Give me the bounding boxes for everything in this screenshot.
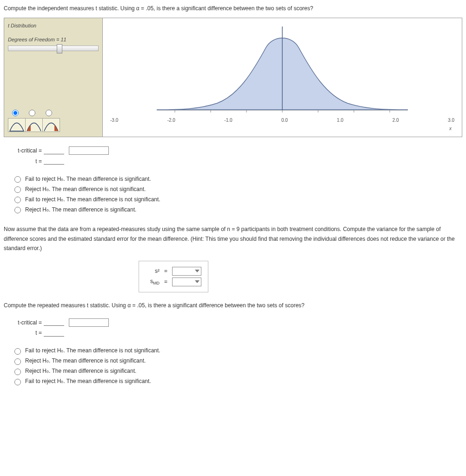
eq-2: = (164, 278, 167, 285)
t-label: t = (7, 158, 44, 165)
chevron-down-icon (195, 270, 200, 272)
option-1d[interactable] (14, 207, 21, 213)
question-2-text: Now assume that the data are from a repe… (4, 225, 462, 253)
option-2b[interactable] (14, 358, 21, 365)
option-1a-label: Fail to reject H₀. The mean difference i… (25, 176, 151, 182)
x-axis-label: x (449, 126, 452, 131)
t-critical-input-2[interactable] (69, 318, 109, 327)
options-group-2: Fail to reject H₀. The mean difference i… (12, 347, 462, 385)
tail-icons (8, 118, 60, 132)
option-1a[interactable] (14, 176, 21, 183)
x-axis-ticks: -3.0-2.0 -1.00.0 1.02.0 3.0 (103, 118, 462, 123)
option-2a[interactable] (14, 348, 21, 355)
option-1b[interactable] (14, 186, 21, 193)
options-group-1: Fail to reject H₀. The mean difference i… (12, 175, 462, 213)
eq-1: = (164, 268, 167, 274)
option-1c-label: Fail to reject H₀. The mean difference i… (25, 196, 160, 203)
smd-dropdown[interactable] (172, 278, 201, 286)
t-critical-blank-2[interactable] (44, 319, 64, 326)
t-critical-input[interactable] (69, 146, 109, 155)
option-2b-label: Reject H₀. The mean difference is not si… (25, 357, 146, 364)
plot-area: -3.0-2.0 -1.00.0 1.02.0 3.0 x (103, 18, 462, 137)
t-critical-label: t-critical = (7, 147, 44, 154)
answer-block-2: t-critical = t = (7, 318, 462, 337)
slider-thumb[interactable] (57, 44, 62, 53)
t-blank[interactable] (44, 158, 64, 165)
chevron-down-icon (195, 280, 200, 283)
t-label-2: t = (7, 330, 44, 336)
s2-label: s² (146, 268, 160, 274)
sidebar-title: t Distribution (8, 23, 99, 28)
formula-box: s² = sMD = (139, 261, 208, 292)
bell-curve (103, 22, 462, 115)
option-2d-label: Fail to reject H₀. The mean difference i… (25, 378, 151, 384)
question-3-text: Compute the repeated measures t statisti… (4, 301, 462, 310)
t-critical-blank[interactable] (44, 147, 64, 154)
question-1-text: Compute the independent measures t stati… (4, 4, 462, 13)
df-slider[interactable] (8, 45, 99, 52)
option-2c-label: Reject H₀. The mean difference is signif… (25, 368, 136, 374)
degrees-of-freedom-label: Degrees of Freedom = 11 (8, 37, 99, 42)
t-critical-label-2: t-critical = (7, 319, 44, 326)
left-tail-icon[interactable] (26, 118, 43, 132)
right-tail-icon[interactable] (43, 118, 60, 132)
chart-sidebar: t Distribution Degrees of Freedom = 11 (4, 18, 103, 137)
option-2c[interactable] (14, 369, 21, 375)
smd-label: sMD (146, 278, 160, 285)
option-1c[interactable] (14, 197, 21, 203)
s2-dropdown[interactable] (172, 267, 201, 276)
option-2d[interactable] (14, 379, 21, 385)
distribution-chart: t Distribution Degrees of Freedom = 11 (4, 18, 462, 137)
answer-block-1: t-critical = t = (7, 146, 462, 165)
option-2a-label: Fail to reject H₀. The mean difference i… (25, 347, 160, 354)
tail-option-1[interactable] (12, 110, 19, 116)
option-1d-label: Reject H₀. The mean difference is signif… (25, 206, 136, 213)
t-blank-2[interactable] (44, 330, 64, 337)
option-1b-label: Reject H₀. The mean difference is not si… (25, 186, 146, 192)
two-tail-icon[interactable] (8, 118, 26, 132)
tail-option-2[interactable] (29, 110, 35, 116)
tail-option-3[interactable] (46, 110, 52, 116)
